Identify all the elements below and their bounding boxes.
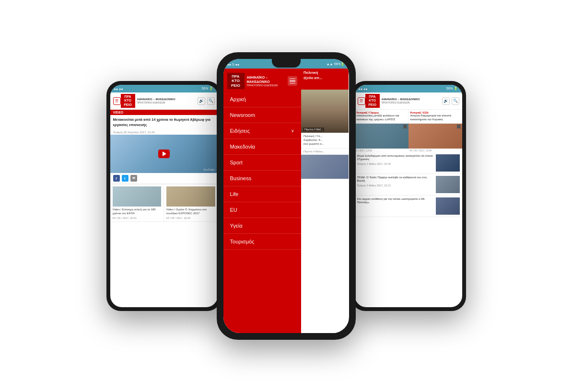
left-related-date-1: 03 / 05 / 2017, 16:35 <box>166 217 215 219</box>
left-social-bar: f t ✉ <box>110 173 218 184</box>
left-header-icons: 🔊 🔍 <box>198 97 215 105</box>
center-header-title: ΑΘΗΝΑΪΚΟ – ΜΑΚΕΔΟΝΙΚΟ ΠΡΑΚΤΟΡΕΙΟ ΕΙΔΗΣΕΩ… <box>247 75 288 87</box>
right-thumb-date-1: 04 / 05 / 2017, 13:40 <box>409 149 462 152</box>
left-play-button[interactable] <box>158 150 170 158</box>
center-menu-item-life[interactable]: Life <box>223 186 301 202</box>
right-top-news: Ρεπορτάζ / Γέφυρες επικοινωνίας μεταξύ φ… <box>355 110 462 124</box>
right-volume-icon[interactable]: 🔊 <box>442 97 450 105</box>
right-thumb-row: 5 / 2017, 13:42 04 / 05 / 2017, 13:40 <box>355 124 462 152</box>
left-status-bar: ●● ●● 56% 🔋 <box>110 85 218 92</box>
right-logo: ΠΡΑ ΚΤΟ ΡΕΙΟ <box>365 94 380 108</box>
center-notch <box>272 59 301 68</box>
center-menu-item-makedonia[interactable]: Μακεδονία <box>223 139 301 155</box>
left-related-title-0: Video / Επίσημη τελετή για τα 180 χρόνια… <box>113 208 161 216</box>
right-status-bar: ●● ●● 56% 🔋 <box>355 85 462 92</box>
center-menu-overlay: ΠΡΑ ΚΤΟ ΡΕΙΟ ΑΘΗΝΑΪΚΟ – ΜΑΚΕΔΟΝΙΚΟ ΠΡΑΚΤ… <box>223 69 349 333</box>
center-phone: ●● S ●● ● ▲▲ 56%🔋 ΠΡΑ ΚΤΟ ΡΕΙΟ <box>217 52 356 340</box>
left-phone: ●● ●● 56% 🔋 ☰ ΠΡΑ ΚΤΟ ΡΕΙΟ ΑΘΗΝΑΪΚΟ – ΜΑ… <box>106 81 222 311</box>
left-related-grid: Video / Επίσημη τελετή για τα 180 χρόνια… <box>110 184 218 222</box>
right-thumb-img-1 <box>409 124 462 149</box>
left-header-title: ΑΘΗΝΑΪΚΟ – ΜΑΚΕΔΟΝΙΚΟ ΠΡΑΚΤΟΡΕΙΟ ΕΙΔΗΣΕΩ… <box>137 98 198 104</box>
left-logo: ΠΡΑ ΚΤΟ ΡΕΙΟ <box>121 94 135 108</box>
right-news-cell-1[interactable]: Ρεπορτάζ / ΕΣΘ: Απεργο-διαμαρτυρία και κ… <box>409 110 462 123</box>
right-header-icons: 🔊 🔍 <box>442 97 459 105</box>
left-youtube-label: YouTube <box>203 168 215 171</box>
center-menu-item-archiki[interactable]: Αρχική <box>223 92 301 107</box>
center-menu-header: ΠΡΑ ΚΤΟ ΡΕΙΟ ΑΘΗΝΑΪΚΟ – ΜΑΚΕΔΟΝΙΚΟ ΠΡΑΚΤ… <box>223 70 301 92</box>
right-article-img-1 <box>436 176 460 193</box>
right-thumb-date-0: 5 / 2017, 13:42 <box>355 149 409 152</box>
phones-container: ●● ●● 56% 🔋 ☰ ΠΡΑ ΚΤΟ ΡΕΙΟ ΑΘΗΝΑΪΚΟ – ΜΑ… <box>0 0 572 392</box>
center-menu-item-eidiseis[interactable]: Ειδήσεις ∨ <box>223 123 301 139</box>
left-article-date: Τετάρτη 26 Απριλίου 2017, 12:44 <box>110 130 218 135</box>
center-menu-item-tourismos[interactable]: Τουρισμός <box>223 234 301 250</box>
left-video-label: VIDEO <box>110 110 218 115</box>
left-article-title: Μετακινείται μετά από 14 χρόνια το θωρηκ… <box>110 115 218 130</box>
center-menu-items: Αρχική Newsroom Ειδήσεις ∨ Μακεδονία <box>223 92 301 333</box>
left-related-date-0: 03 / 05 / 2017, 20:01 <box>113 217 161 219</box>
right-article-img-2 <box>436 197 460 215</box>
center-menu-item-sport[interactable]: Sport <box>223 155 301 171</box>
right-article-img-0 <box>436 154 460 172</box>
center-menu-item-newsroom[interactable]: Newsroom <box>223 107 301 123</box>
center-eidiseis-chevron: ∨ <box>291 128 294 133</box>
right-thumb-cell-1[interactable]: 04 / 05 / 2017, 13:40 <box>409 124 462 152</box>
left-menu-button[interactable]: ☰ <box>113 97 121 105</box>
center-phone-screen: ●● S ●● ● ▲▲ 56%🔋 ΠΡΑ ΚΤΟ ΡΕΙΟ <box>223 59 349 333</box>
left-related-item-1[interactable]: Video / Ομιλία Π. Καμμένου στο συνέδριο … <box>164 184 218 222</box>
right-header-title: ΑΘΗΝΑΪΚΟ – ΜΑΚΕΔΟΝΙΚΟ ΠΡΑΚΤΟΡΕΙΟ ΕΙΔΗΣΕΩ… <box>382 98 442 104</box>
left-search-icon[interactable]: 🔍 <box>207 97 215 105</box>
center-preview-item-2[interactable] <box>301 155 349 179</box>
right-search-icon[interactable]: 🔍 <box>452 97 459 105</box>
right-phone: ●● ●● 56% 🔋 ☰ ΠΡΑ ΚΤΟ ΡΕΙΟ ΑΘΗΝΑΪΚΟ – ΜΑ… <box>351 81 466 311</box>
right-thumb-img-0 <box>355 124 409 149</box>
left-facebook-icon[interactable]: f <box>113 175 120 182</box>
center-menu-item-ygeia[interactable]: Υγεία <box>223 218 301 234</box>
left-status-time: ●● ●● <box>114 87 123 91</box>
center-preview-item-1[interactable]: Πολιτική / Υπ...Συμβούλιο: Κ...ένα χωρισ… <box>301 133 349 149</box>
left-related-item-0[interactable]: Video / Επίσημη τελετή για τα 180 χρόνια… <box>110 184 164 222</box>
right-phone-screen: ●● ●● 56% 🔋 ☰ ΠΡΑ ΚΤΟ ΡΕΙΟ ΑΘΗΝΑΪΚΟ – ΜΑ… <box>355 85 462 307</box>
right-thumb-cell-0[interactable]: 5 / 2017, 13:42 <box>355 124 409 152</box>
center-content-preview: Πολιτικήέξοδο απ... Πέμπτη 4 Μαΐ... Πολι… <box>301 69 349 333</box>
left-email-icon[interactable]: ✉ <box>130 175 137 182</box>
left-app-header: ☰ ΠΡΑ ΚΤΟ ΡΕΙΟ ΑΘΗΝΑΪΚΟ – ΜΑΚΕΔΟΝΙΚΟ ΠΡΑ… <box>110 92 218 110</box>
right-app-header: ☰ ΠΡΑ ΚΤΟ ΡΕΙΟ ΑΘΗΝΑΪΚΟ – ΜΑΚΕΔΟΝΙΚΟ ΠΡΑ… <box>355 92 462 110</box>
center-preview-image: Πέμπτη 4 Μαΐ... <box>301 90 349 133</box>
center-burger-button[interactable] <box>288 76 297 86</box>
right-news-cell-0[interactable]: Ρεπορτάζ / Γέφυρες επικοινωνίας μεταξύ φ… <box>355 110 409 123</box>
center-preview-date: Πέμπτη 4 Μαΐ... <box>303 127 324 131</box>
left-volume-icon[interactable]: 🔊 <box>198 97 205 105</box>
left-related-title-1: Video / Ομιλία Π. Καμμένου στο συνέδριο … <box>166 208 215 216</box>
center-preview-header: Πολιτικήέξοδο απ... <box>301 69 349 90</box>
right-article-2[interactable]: Στο αρχείο υπόθεση για την οποία «κατηγο… <box>355 196 462 217</box>
right-article-1[interactable]: ΠΓΔΜ: Ο Ταλάτ Τζαφέρι ανέλαβε τα καθήκον… <box>355 174 462 196</box>
left-video-thumb[interactable]: YouTube <box>110 135 218 173</box>
center-menu-panel: ΠΡΑ ΚΤΟ ΡΕΙΟ ΑΘΗΝΑΪΚΟ – ΜΑΚΕΔΟΝΙΚΟ ΠΡΑΚΤ… <box>223 69 301 333</box>
right-menu-button[interactable]: ☰ <box>358 97 365 105</box>
left-phone-screen: ●● ●● 56% 🔋 ☰ ΠΡΑ ΚΤΟ ΡΕΙΟ ΑΘΗΝΑΪΚΟ – ΜΑ… <box>110 85 218 307</box>
center-preview-footer-date: Πέμπτη 4 Μαΐου... <box>301 149 349 155</box>
left-status-icons: 56% 🔋 <box>202 87 214 91</box>
center-logo: ΠΡΑ ΚΤΟ ΡΕΙΟ <box>227 73 245 90</box>
center-menu-item-business[interactable]: Business <box>223 171 301 186</box>
center-menu-item-eu[interactable]: EU <box>223 202 301 218</box>
left-twitter-icon[interactable]: t <box>122 175 128 182</box>
right-article-0[interactable]: Θύμα ξυλοδαρμού από αστυνομικούς καταγγέ… <box>355 152 462 174</box>
